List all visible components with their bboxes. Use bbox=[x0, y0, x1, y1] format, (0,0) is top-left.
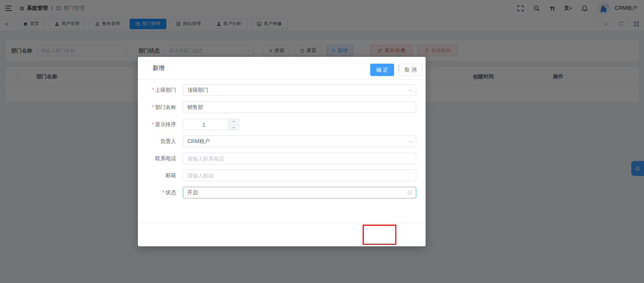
email-input[interactable] bbox=[187, 173, 412, 179]
stepper-down-icon[interactable] bbox=[229, 125, 239, 130]
phone-input-wrap bbox=[183, 153, 416, 164]
dept-name-input-wrap bbox=[183, 101, 416, 113]
field-label: 负责人 bbox=[138, 136, 176, 147]
clear-circle-icon[interactable] bbox=[407, 190, 412, 195]
field-label: 邮箱 bbox=[138, 170, 176, 181]
status-select[interactable]: 开启 bbox=[183, 187, 416, 198]
parent-dept-value: 顶级部门 bbox=[187, 87, 208, 94]
required-mark: * bbox=[163, 189, 164, 195]
cancel-button[interactable]: 取 消 bbox=[399, 64, 422, 76]
field-label: *显示排序 bbox=[138, 119, 176, 130]
phone-input[interactable] bbox=[187, 156, 412, 162]
stepper-up-icon[interactable] bbox=[229, 119, 239, 125]
form-row-email: 邮箱 bbox=[138, 170, 426, 181]
leader-value: CRM租户 bbox=[187, 138, 210, 145]
required-mark: * bbox=[152, 87, 154, 93]
form-row-display-order: *显示排序 bbox=[138, 119, 426, 130]
add-dept-dialog: 新增 *上级部门 顶级部门 *部门名称 *显示排序 bbox=[138, 57, 426, 246]
dept-name-input[interactable] bbox=[187, 104, 412, 110]
status-value: 开启 bbox=[187, 189, 198, 196]
form-row-phone: 联系电话 bbox=[138, 153, 426, 164]
field-label: *状态 bbox=[138, 187, 176, 198]
form-row-status: *状态 开启 bbox=[138, 187, 426, 198]
field-label: 联系电话 bbox=[138, 153, 176, 164]
chevron-down-icon bbox=[408, 87, 412, 91]
form-row-parent-dept: *上级部门 顶级部门 bbox=[138, 84, 426, 96]
form-row-dept-name: *部门名称 bbox=[138, 101, 426, 113]
required-mark: * bbox=[152, 104, 154, 110]
dialog-footer bbox=[138, 223, 426, 246]
field-label: *部门名称 bbox=[138, 101, 176, 113]
dialog-title: 新增 bbox=[152, 57, 164, 79]
leader-select[interactable]: CRM租户 bbox=[183, 136, 416, 147]
chevron-down-icon bbox=[408, 139, 412, 143]
field-label: *上级部门 bbox=[138, 84, 176, 96]
email-input-wrap bbox=[183, 170, 416, 181]
number-stepper bbox=[228, 119, 239, 130]
required-mark: * bbox=[152, 121, 154, 127]
display-order-number-input bbox=[183, 119, 239, 130]
display-order-input[interactable] bbox=[183, 122, 224, 128]
form-row-leader: 负责人 CRM租户 bbox=[138, 136, 426, 147]
parent-dept-select[interactable]: 顶级部门 bbox=[183, 84, 416, 96]
confirm-button[interactable]: 确 定 bbox=[370, 64, 394, 76]
